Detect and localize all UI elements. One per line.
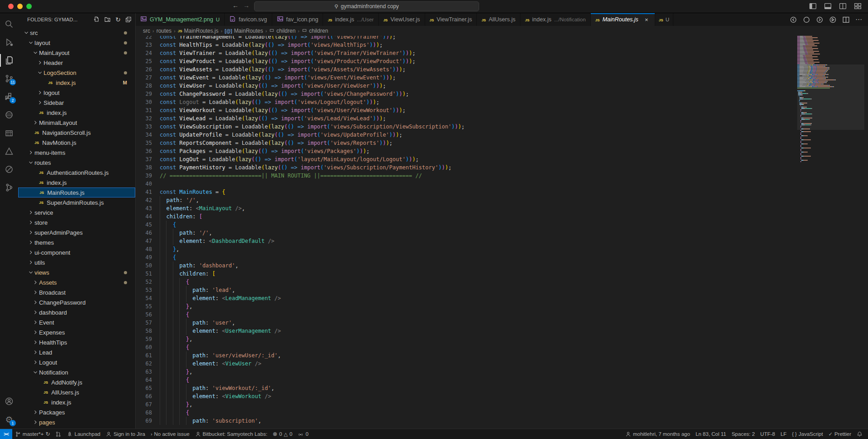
tree-item-routes[interactable]: routes (18, 158, 135, 168)
tree-item-mainroutes-js[interactable]: JSMainRoutes.js (18, 187, 135, 197)
tree-item-allusers-js[interactable]: JSAllUsers.js (18, 387, 135, 397)
breadcrumb-src[interactable]: src (143, 28, 150, 34)
tree-item-mainlayout[interactable]: MainLayout (18, 48, 135, 58)
line-number[interactable]: 41 (136, 188, 152, 196)
activity-search-icon[interactable] (0, 15, 18, 33)
tree-item-themes[interactable]: themes (18, 237, 135, 247)
tree-item-superadminpages[interactable]: superAdminPages (18, 227, 135, 237)
activity-explorer-icon[interactable] (0, 51, 18, 69)
status-jira-signin[interactable]: Sign in to Jira (103, 429, 148, 439)
refresh-icon[interactable]: ↻ (115, 16, 121, 23)
tab-mainroutes-js[interactable]: JSMainRoutes.js× (591, 13, 655, 26)
tree-item-header[interactable]: Header (18, 58, 135, 68)
new-file-icon[interactable] (93, 16, 100, 23)
status-eol[interactable]: LF (778, 429, 789, 439)
tab-index-js[interactable]: JSindex.js.../User (323, 13, 378, 26)
line-number[interactable]: 27 (136, 74, 152, 82)
run-circle-icon[interactable] (829, 16, 837, 24)
tree-item-logout[interactable]: Logout (18, 357, 135, 367)
tree-item-superadminroutes-js[interactable]: JSSuperAdminRoutes.js (18, 197, 135, 207)
line-number[interactable]: 36 (136, 147, 152, 155)
minimap[interactable] (797, 36, 864, 429)
line-number[interactable]: 32 (136, 114, 152, 123)
breadcrumb-mainroutes[interactable]: [@]MainRoutes (225, 28, 263, 34)
line-number[interactable]: 29 (136, 90, 152, 98)
line-number[interactable]: 60 (136, 343, 152, 351)
line-number[interactable]: 49 (136, 253, 152, 261)
breadcrumb-children[interactable]: children (269, 28, 295, 34)
minimize-window-button[interactable] (17, 4, 23, 9)
breadcrumb-children[interactable]: children (302, 28, 328, 34)
status-formatter[interactable]: ✓Prettier (826, 429, 854, 439)
line-number[interactable]: 55 (136, 302, 152, 311)
close-window-button[interactable] (8, 4, 14, 9)
tab-overflow[interactable]: JSU (655, 13, 673, 26)
line-number[interactable]: 67 (136, 400, 152, 409)
activity-remote-explorer-icon[interactable] (0, 106, 18, 124)
tree-item-index-js[interactable]: JSindex.jsM (18, 78, 135, 88)
tab-viewuser-js[interactable]: JSViewUser.js (379, 13, 425, 26)
status-bitbucket[interactable]: Bitbucket: Samyotech Labs: (192, 429, 270, 439)
split-editor-icon[interactable] (842, 16, 850, 24)
line-number[interactable]: 46 (136, 229, 152, 237)
activity-settings-icon[interactable]: ⚙1 (0, 410, 18, 429)
status-git-branch[interactable]: master*+↻ (12, 429, 53, 439)
tree-item-index-js[interactable]: JSindex.js (18, 397, 135, 407)
line-number[interactable]: 30 (136, 98, 152, 106)
tree-item-utils[interactable]: utils (18, 257, 135, 267)
line-number[interactable]: 25 (136, 57, 152, 65)
tree-item-index-js[interactable]: JSindex.js (18, 178, 135, 187)
line-number[interactable]: 68 (136, 409, 152, 417)
new-folder-icon[interactable] (104, 16, 111, 23)
more-icon[interactable]: ⋯ (855, 15, 863, 24)
status-language-mode[interactable]: { }JavaScript (790, 429, 826, 439)
line-number[interactable]: 44 (136, 212, 152, 221)
line-number[interactable]: 42 (136, 196, 152, 204)
line-number[interactable]: 40 (136, 180, 152, 188)
line-number[interactable]: 31 (136, 106, 152, 114)
tree-item-authenticationroutes-js[interactable]: JSAuthenticationRoutes.js (18, 168, 135, 178)
line-number[interactable]: 64 (136, 376, 152, 384)
status-launchpad[interactable]: Launchpad (64, 429, 103, 439)
tree-item-lead[interactable]: Lead (18, 347, 135, 357)
circle-icon[interactable] (803, 16, 810, 24)
line-number[interactable]: 33 (136, 123, 152, 131)
tree-item-sidebar[interactable]: Sidebar (18, 98, 135, 108)
line-number[interactable]: 45 (136, 221, 152, 229)
line-number[interactable]: 66 (136, 392, 152, 400)
activity-record-icon[interactable] (0, 160, 18, 178)
tree-item-event[interactable]: Event (18, 317, 135, 327)
line-number[interactable]: 23 (136, 41, 152, 49)
tree-item-ui-component[interactable]: ui-component (18, 247, 135, 257)
tree-item-logosection[interactable]: LogoSection (18, 68, 135, 78)
status-encoding[interactable]: UTF-8 (758, 429, 778, 439)
status-ports[interactable]: 0 (295, 429, 311, 439)
minimap-slider[interactable] (797, 64, 864, 130)
line-number[interactable]: 65 (136, 384, 152, 392)
history-forward-icon[interactable]: → (243, 2, 250, 9)
collapse-all-icon[interactable] (125, 16, 132, 23)
line-number[interactable]: 57 (136, 319, 152, 327)
line-number[interactable]: 39 (136, 172, 152, 180)
status-remote-indicator[interactable]: >< (0, 429, 12, 439)
line-number[interactable]: 54 (136, 294, 152, 302)
status-cursor-position[interactable]: Ln 83, Col 11 (693, 429, 729, 439)
code-area[interactable]: 22const TrainerManagement = Loadable(laz… (136, 36, 868, 429)
tree-item-service[interactable]: service (18, 207, 135, 217)
tree-item-broadcast[interactable]: Broadcast (18, 287, 135, 297)
tree-item-src[interactable]: src (18, 28, 135, 38)
nav-forward-circle-icon[interactable] (816, 16, 824, 24)
activity-git-graph-icon[interactable] (0, 178, 18, 197)
line-number[interactable]: 28 (136, 82, 152, 90)
line-number[interactable]: 51 (136, 270, 152, 278)
tab-viewtrainer-js[interactable]: JSViewTrainer.js (425, 13, 477, 26)
activity-extensions-icon[interactable]: 2 (0, 88, 18, 106)
activity-run-debug-icon[interactable] (0, 33, 18, 51)
line-number[interactable]: 62 (136, 360, 152, 368)
close-tab-icon[interactable]: × (643, 16, 650, 23)
line-number[interactable]: 43 (136, 204, 152, 212)
tree-item-views[interactable]: views (18, 267, 135, 277)
line-number[interactable]: 38 (136, 163, 152, 172)
line-number[interactable]: 63 (136, 368, 152, 376)
breadcrumb-mainroutes-js[interactable]: JSMainRoutes.js (178, 28, 219, 34)
